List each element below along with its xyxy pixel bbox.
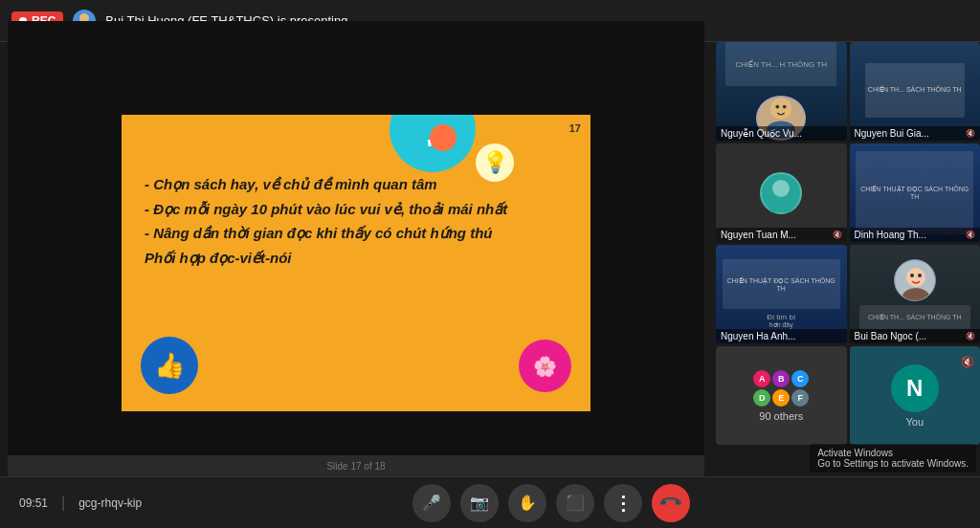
thumb-icon: 👍 bbox=[141, 337, 198, 394]
pink-decoration: 🌸 bbox=[533, 355, 557, 378]
svg-point-8 bbox=[906, 268, 925, 287]
participant-name-bar-6: Bui Bao Ngoc (... 🔇 bbox=[850, 329, 981, 343]
mini-avatar-1: A bbox=[753, 370, 770, 387]
activate-watermark: Activate Windows Go to Settings to activ… bbox=[810, 444, 976, 473]
slide-line2: - Đọc mỗi ngày 10 phút vào lúc vui vẻ, t… bbox=[145, 197, 568, 222]
participant-name-bar-1: Nguyễn Quốc Vu... bbox=[716, 126, 847, 141]
slide-frame: 17 " 💡 🌸 👍 - Chọn sách hay, về chủ đề mì… bbox=[8, 71, 704, 455]
mic-status-3: 🔇 bbox=[833, 231, 842, 239]
mini-avatar-3: C bbox=[791, 370, 809, 387]
separator: | bbox=[61, 495, 65, 512]
slide-area: PowerPoint Slide Show - [Chiến thuật đọc… bbox=[0, 42, 712, 476]
you-initial: N bbox=[891, 364, 939, 412]
mic-status-2: 🔇 bbox=[966, 129, 975, 138]
svg-point-11 bbox=[902, 288, 929, 301]
participant-name-bar-4: Dinh Hoang Th... 🔇 bbox=[850, 228, 981, 242]
slide-content: 17 " 💡 🌸 👍 - Chọn sách hay, về chủ đề mì… bbox=[122, 115, 590, 411]
slide-text: - Chọn sách hay, về chủ đề mình quan tâm… bbox=[145, 172, 568, 270]
others-avatars: A B C D E F bbox=[753, 370, 809, 407]
participant-tile-3: Nguyen Tuan M... 🔇 bbox=[716, 143, 847, 242]
present-button[interactable]: ⬛ bbox=[556, 484, 594, 522]
participant-row-2: Nguyen Tuan M... 🔇 CHIẾN THUẬT ĐỌC SÁCH … bbox=[716, 143, 980, 242]
main-content: PowerPoint Slide Show - [Chiến thuật đọc… bbox=[0, 42, 980, 476]
participant-tile-5: CHIẾN THUẬT ĐỌC SÁCH THÔNG TH Đi tìm bí … bbox=[716, 245, 847, 343]
slide-page-num: 17 bbox=[569, 122, 581, 134]
participant-tile-6: CHIẾN TH... SÁCH THÔNG TH Bui Bao Ngoc (… bbox=[850, 245, 981, 343]
more-icon: ⋮ bbox=[613, 492, 633, 515]
hand-icon: ✋ bbox=[518, 494, 537, 512]
participant-tile-2: CHIẾN TH... SÁCH THÔNG TH Nguyen Bui Gia… bbox=[850, 42, 981, 141]
you-tile: N You 🔇 bbox=[850, 346, 981, 445]
bulb-icon: 💡 bbox=[476, 143, 514, 182]
slide-line3: - Nâng dần thời gian đọc khi thấy có chú… bbox=[145, 221, 568, 246]
leave-icon: 📞 bbox=[657, 490, 684, 517]
participant-name-bar-2: Nguyen Bui Gia... 🔇 bbox=[850, 126, 981, 141]
time-info-group: 09:51 | gcg-rhqv-kip bbox=[19, 495, 142, 512]
others-label: 90 others bbox=[759, 410, 803, 422]
participant-row-3: CHIẾN THUẬT ĐỌC SÁCH THÔNG TH Đi tìm bí … bbox=[716, 245, 980, 343]
meeting-id: gcg-rhqv-kip bbox=[78, 496, 142, 510]
mini-avatar-6: F bbox=[791, 389, 809, 407]
participant-name-bar-5: Nguyen Ha Anh... bbox=[716, 329, 847, 343]
participant-name-2: Nguyen Bui Gia... bbox=[855, 128, 929, 139]
pink-circle: 🌸 bbox=[519, 340, 571, 392]
others-tile: A B C D E F 90 others bbox=[716, 346, 847, 445]
svg-point-7 bbox=[768, 200, 793, 212]
svg-point-10 bbox=[918, 274, 922, 277]
svg-point-9 bbox=[910, 274, 914, 277]
mini-avatar-4: D bbox=[753, 389, 770, 407]
watermark-line2: Go to Settings to activate Windows. bbox=[817, 458, 969, 469]
mic-status-4: 🔇 bbox=[966, 231, 975, 239]
orange-circle bbox=[430, 124, 457, 151]
slide-footer: Slide 17 of 18 bbox=[8, 455, 704, 476]
participants-panel: CHIẾN TH... H THÔNG TH Nguyễn Quốc Vu... bbox=[712, 42, 980, 476]
participant-name-bar-3: Nguyen Tuan M... 🔇 bbox=[716, 228, 847, 242]
current-time: 09:51 bbox=[19, 496, 48, 510]
mic-button[interactable]: 🎤 bbox=[412, 484, 451, 522]
leave-button[interactable]: 📞 bbox=[652, 484, 690, 522]
participant-name-1: Nguyễn Quốc Vu... bbox=[721, 128, 802, 139]
participant-name-3: Nguyen Tuan M... bbox=[721, 230, 796, 240]
camera-icon: 📷 bbox=[470, 494, 489, 512]
participant-name-6: Bui Bao Ngoc (... bbox=[855, 331, 927, 341]
mini-avatar-2: B bbox=[772, 370, 790, 387]
mini-avatar-5: E bbox=[772, 389, 790, 407]
mic-icon: 🎤 bbox=[422, 494, 441, 512]
watermark-line1: Activate Windows bbox=[817, 448, 969, 458]
you-mic-icon: 🔇 bbox=[961, 356, 974, 367]
you-label: You bbox=[905, 416, 924, 428]
participant-name-4: Dinh Hoang Th... bbox=[855, 230, 926, 240]
more-button[interactable]: ⋮ bbox=[604, 484, 642, 522]
slide-line4: Phối hợp đọc-viết-nói bbox=[145, 246, 568, 271]
camera-button[interactable]: 📷 bbox=[460, 484, 499, 522]
slide-footer-text: Slide 17 of 18 bbox=[326, 461, 385, 472]
mic-status-6: 🔇 bbox=[966, 332, 975, 341]
svg-point-3 bbox=[776, 105, 780, 109]
present-icon: ⬛ bbox=[566, 494, 585, 512]
participant-tile-1: CHIẾN TH... H THÔNG TH Nguyễn Quốc Vu... bbox=[716, 42, 847, 141]
svg-point-4 bbox=[783, 105, 787, 109]
svg-point-2 bbox=[770, 98, 791, 119]
hand-button[interactable]: ✋ bbox=[508, 484, 546, 522]
participant-tile-4: CHIẾN THUẬT ĐỌC SÁCH THÔNG TH Dinh Hoang… bbox=[850, 143, 981, 242]
participant-row-1: CHIẾN TH... H THÔNG TH Nguyễn Quốc Vu... bbox=[716, 42, 980, 141]
bottom-toolbar: 09:51 | gcg-rhqv-kip 🎤 📷 ✋ ⬛ ⋮ 📞 bbox=[0, 476, 980, 528]
participant-name-5: Nguyen Ha Anh... bbox=[721, 331, 795, 341]
toolbar-center: 🎤 📷 ✋ ⬛ ⋮ 📞 bbox=[142, 484, 961, 522]
svg-point-6 bbox=[772, 180, 790, 197]
participant-row-4: A B C D E F 90 others N You 🔇 bbox=[716, 346, 980, 445]
